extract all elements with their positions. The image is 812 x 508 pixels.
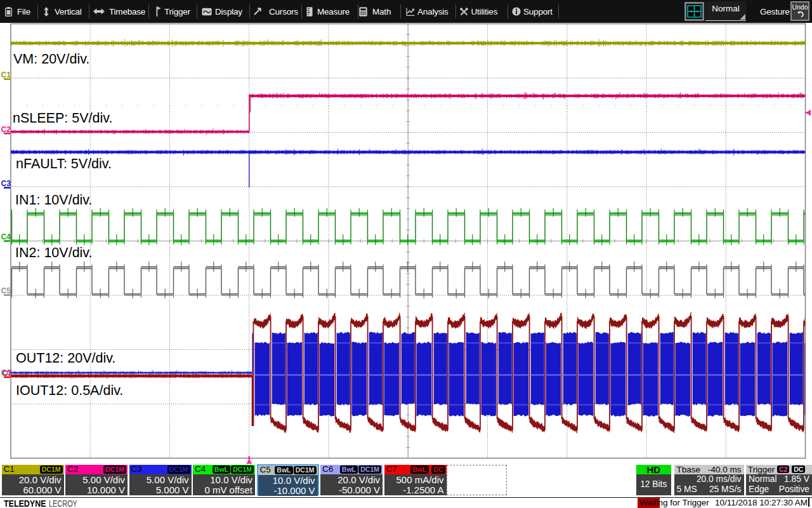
svg-text:nSLEEP: 5V/div.: nSLEEP: 5V/div. <box>13 110 112 126</box>
svg-text:C4: C4 <box>1 232 11 241</box>
svg-text:IN2: 10V/div.: IN2: 10V/div. <box>15 245 93 260</box>
svg-text:C2: C2 <box>1 125 11 134</box>
svg-text:C3: C3 <box>1 179 11 188</box>
svg-text:OUT12: 20V/div.: OUT12: 20V/div. <box>16 351 115 366</box>
svg-text:C1: C1 <box>1 70 11 79</box>
svg-text:VM: 20V/div.: VM: 20V/div. <box>13 51 89 67</box>
svg-text:nFAULT: 5V/div.: nFAULT: 5V/div. <box>16 156 112 171</box>
svg-text:IOUT12: 0.5A/div.: IOUT12: 0.5A/div. <box>16 383 123 398</box>
svg-text:IN1: 10V/div.: IN1: 10V/div. <box>15 192 93 208</box>
svg-text:C5: C5 <box>1 286 11 295</box>
